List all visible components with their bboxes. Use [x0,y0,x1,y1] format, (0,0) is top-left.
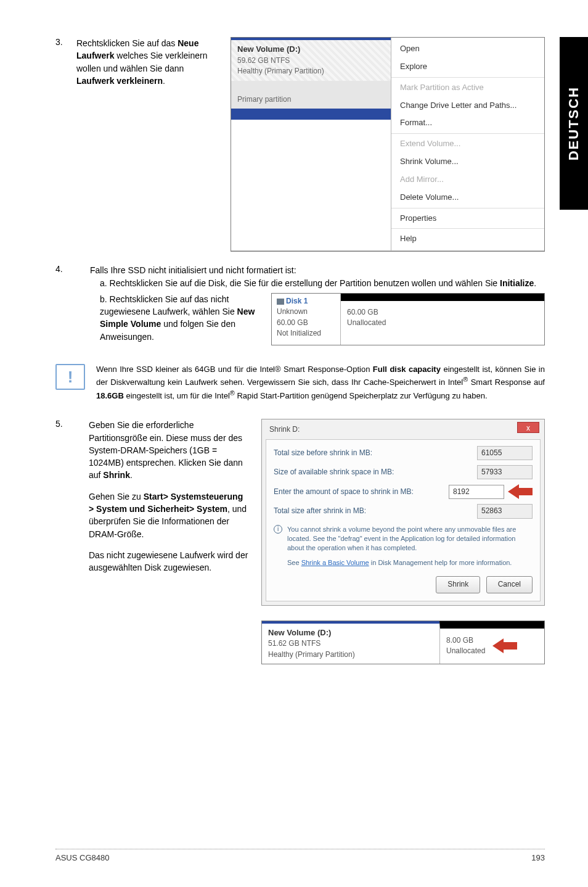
disk-icon [277,299,284,305]
primary-partition-label: Primary partition [231,81,391,109]
footer-model: ASUS CG8480 [55,853,109,862]
shrink-button[interactable]: Shrink [436,576,480,593]
disk-unknown: Unknown [277,307,335,317]
step-5-p1: Geben Sie die erforderliche Partitionsgr… [89,419,249,481]
step-5: 5. Geben Sie die erforderliche Partition… [55,419,545,664]
input-amount-shrink[interactable]: 8192 [449,485,504,499]
warning-icon: ! [55,364,85,390]
step-4b: b. Rechtsklicken Sie auf das nicht zugew… [100,293,260,343]
menu-extend: Extend Volume... [391,135,544,153]
value-total-after: 52863 [477,504,533,518]
menu-help[interactable]: Help [391,230,544,248]
step-5-p3: Das nicht zugewiesene Laufwerk wird der … [89,549,249,574]
help-link[interactable]: Shrink a Basic Volume [301,559,369,566]
label-total-before: Total size before shrink in MB: [274,448,372,458]
step-4a: a. Rechtsklicken Sie auf die Disk, die S… [100,277,545,289]
menu-shrink[interactable]: Shrink Volume... [391,153,544,171]
label-available: Size of available shrink space in MB: [274,467,394,477]
label-amount-shrink: Enter the amount of space to shrink in M… [274,487,414,497]
menu-mirror: Add Mirror... [391,171,544,189]
step-5-p2: Gehen Sie zu Start> Systemsteuerung > Sy… [89,490,249,540]
arrow-annotation [492,638,517,653]
info-text-1: i You cannot shrink a volume beyond the … [274,525,533,553]
screenshot-shrink-dialog: Shrink D: x Total size before shrink in … [261,419,545,605]
disk-status: Not Initialized [277,328,335,339]
label-total-after: Total size after shrink in MB: [274,506,366,516]
dialog-title: Shrink D: [266,423,541,439]
cancel-button[interactable]: Cancel [486,576,533,593]
context-menu: Open Explore Mark Partition as Active Ch… [391,38,544,250]
menu-format[interactable]: Format... [391,114,544,132]
step-4: 4. Falls Ihre SSD nicht initialisiert un… [55,264,545,347]
page: 3. Rechtsklicken Sie auf das Neue Laufwe… [0,0,588,887]
note-box: ! Wenn Ihre SSD kleiner als 64GB und für… [55,364,545,402]
close-button[interactable]: x [517,422,539,433]
step-3-text: Rechtsklicken Sie auf das Neue Laufwerk … [76,37,218,252]
note-text: Wenn Ihre SSD kleiner als 64GB und für d… [96,364,545,402]
disk-size: 60.00 GB [277,318,335,328]
menu-explore[interactable]: Explore [391,58,544,76]
info-icon: i [274,525,282,534]
menu-properties[interactable]: Properties [391,210,544,228]
step-number: 5. [55,419,89,664]
unallocated-region[interactable]: 60.00 GB Unallocated [341,294,544,345]
step-number: 4. [55,264,90,347]
disk-header[interactable]: Disk 1 [277,296,335,307]
step-number: 3. [55,37,76,252]
page-footer: ASUS CG8480 193 [55,849,545,862]
menu-open[interactable]: Open [391,40,544,58]
volume-tile[interactable]: New Volume (D:) 51.62 GB NTFS Healthy (P… [262,621,439,664]
menu-delete[interactable]: Delete Volume... [391,189,544,207]
volume-tile[interactable]: New Volume (D:) 59.62 GB NTFS Healthy (P… [231,38,391,81]
screenshot-result-partition: New Volume (D:) 51.62 GB NTFS Healthy (P… [261,621,545,665]
footer-page-number: 193 [531,853,545,862]
step-4-intro: Falls Ihre SSD nicht initialisiert und n… [90,264,545,276]
screenshot-disk-uninitialized: Disk 1 Unknown 60.00 GB Not Initialized … [271,293,545,346]
unallocated-region[interactable]: 8.00 GB Unallocated [439,621,544,664]
arrow-annotation [508,484,533,499]
value-total-before: 61055 [477,446,533,460]
menu-change-letter[interactable]: Change Drive Letter and Paths... [391,97,544,115]
info-text-2: See Shrink a Basic Volume in Disk Manage… [287,558,533,567]
value-available: 57933 [477,465,533,479]
menu-mark-active: Mark Partition as Active [391,79,544,97]
screenshot-context-menu: New Volume (D:) 59.62 GB NTFS Healthy (P… [231,37,545,252]
step-3: 3. Rechtsklicken Sie auf das Neue Laufwe… [55,37,545,252]
